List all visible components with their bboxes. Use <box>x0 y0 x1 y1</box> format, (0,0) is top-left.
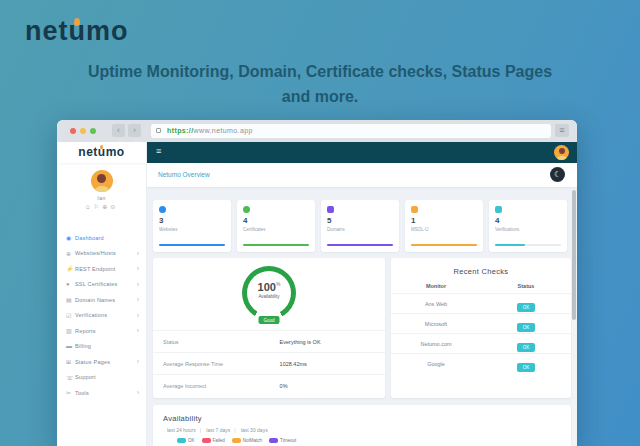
legend-swatch <box>232 438 241 443</box>
back-button[interactable]: ‹ <box>112 124 125 137</box>
sitemap-icon <box>411 206 418 213</box>
tab-last-7-days[interactable]: last 7 days <box>206 427 230 433</box>
chevron-right-icon: › <box>137 281 139 288</box>
breadcrumb-bar: Netumo Overview ☾ <box>147 163 577 187</box>
logo-text: net <box>25 16 69 46</box>
sidebar-item-status-pages[interactable]: ⊞ Status Pages › <box>57 354 146 370</box>
column-monitor: Monitor <box>391 283 481 289</box>
availability-gauge: 100% Availability Good <box>242 266 296 326</box>
table-row[interactable]: Ans Web OK <box>391 293 571 313</box>
sidebar-item-support[interactable]: ☏ Support <box>57 370 146 386</box>
summary-rows: Status Everything is OK Average Response… <box>153 330 385 396</box>
url-scheme: https:// <box>167 127 194 134</box>
chart-legend: OK Failed NotMatch Timeout <box>177 438 571 443</box>
logo-droplet-icon <box>74 18 80 26</box>
lock-icon <box>156 128 161 133</box>
top-navbar: ≡ <box>147 142 577 163</box>
power-icon[interactable]: ⊙ <box>110 204 118 210</box>
table-row[interactable]: Microsoft OK <box>391 313 571 333</box>
availability-summary-panel: 100% Availability Good Status Everything… <box>153 258 385 398</box>
sidebar-item-domain-names[interactable]: ▤ Domain Names › <box>57 292 146 308</box>
dark-mode-toggle[interactable]: ☾ <box>550 167 565 182</box>
sidebar-item-tools[interactable]: ✂ Tools › <box>57 385 146 401</box>
profile-quick-icons: ☺⚐⊕⊙ <box>57 203 146 210</box>
recent-checks-panel: Recent Checks Monitor Status Ans Web OK … <box>391 258 571 398</box>
dashboard-icon: ◉ <box>66 234 75 241</box>
logo-text: mo <box>86 16 129 46</box>
recent-checks-header: Monitor Status <box>391 283 571 293</box>
chevron-right-icon: › <box>137 265 139 272</box>
tools-icon: ✂ <box>66 389 75 396</box>
legend-item-ok: OK <box>177 438 195 443</box>
browser-menu-button[interactable]: ≡ <box>555 124 569 137</box>
summary-row-status: Status Everything is OK <box>153 330 385 352</box>
sidebar: netumo Ian ☺⚐⊕⊙ ◉ Dashboard ⊕ Websites/H… <box>57 142 147 446</box>
gauge-ring: 100% Availability <box>242 266 296 320</box>
gauge-label: Availability <box>247 294 291 299</box>
sidebar-logo[interactable]: netumo <box>57 142 146 163</box>
user-icon[interactable]: ☺ <box>85 204 94 210</box>
minimize-button[interactable] <box>80 128 86 134</box>
scrollbar-thumb[interactable] <box>572 190 576 320</box>
close-button[interactable] <box>70 128 76 134</box>
certificate-icon: ● <box>66 281 75 287</box>
sidebar-item-dashboard[interactable]: ◉ Dashboard <box>57 230 146 246</box>
availability-title: Availability <box>163 414 571 423</box>
legend-item-timeout: Timeout <box>269 438 296 443</box>
tab-last-30-days[interactable]: last 30 days <box>241 427 268 433</box>
summary-row-incorrect: Average Incorrect 0% <box>153 374 385 396</box>
browser-chrome: ‹ › https://www.netumo.app ≡ <box>57 120 577 142</box>
sidebar-item-websites-hosts[interactable]: ⊕ Websites/Hosts › <box>57 246 146 262</box>
sidebar-avatar[interactable] <box>91 170 113 192</box>
headline: Uptime Monitoring, Domain, Certificate c… <box>0 60 640 110</box>
gauge-value: 100 <box>258 281 276 293</box>
hamburger-menu-icon[interactable]: ≡ <box>156 146 161 156</box>
verification-icon: ☑ <box>66 312 75 319</box>
legend-swatch <box>269 438 278 443</box>
endpoint-icon: ⚡ <box>66 265 75 272</box>
support-icon: ☏ <box>66 374 75 381</box>
stat-card-websites[interactable]: 3 Websites <box>153 200 231 252</box>
legend-swatch <box>177 438 186 443</box>
hero-background: netumo Uptime Monitoring, Domain, Certif… <box>0 0 640 446</box>
chevron-right-icon: › <box>137 250 139 257</box>
ok-badge: OK <box>517 363 536 372</box>
sidebar-item-rest-endpoint[interactable]: ⚡ REST Endpoint › <box>57 261 146 277</box>
availability-chart-panel: Availability last 24 hours| last 7 days|… <box>153 405 571 446</box>
stats-row: 3 Websites 4 Certificates 5 Domains <box>153 200 567 252</box>
summary-row-response-time: Average Response Time 1028.42ms <box>153 352 385 374</box>
ok-badge: OK <box>517 343 536 352</box>
stat-card-verifications[interactable]: 4 Verifications <box>489 200 567 252</box>
sidebar-item-verifications[interactable]: ☑ Verifications › <box>57 308 146 324</box>
domain-icon <box>327 206 334 213</box>
chevron-right-icon: › <box>137 312 139 319</box>
stat-card-certificates[interactable]: 4 Certificates <box>237 200 315 252</box>
column-status: Status <box>481 283 571 289</box>
billing-icon: ▬ <box>66 343 75 349</box>
maximize-button[interactable] <box>90 128 96 134</box>
stat-card-msol[interactable]: 1 MSOL-U <box>405 200 483 252</box>
tab-last-24-hours[interactable]: last 24 hours <box>167 427 196 433</box>
stat-card-domains[interactable]: 5 Domains <box>321 200 399 252</box>
browser-window: ‹ › https://www.netumo.app ≡ netumo Ian … <box>57 120 577 446</box>
chevron-right-icon: › <box>137 358 139 365</box>
sidebar-item-billing[interactable]: ▬ Billing <box>57 339 146 355</box>
table-row[interactable]: Netumo.com OK <box>391 333 571 353</box>
status-badge: Good <box>258 316 279 324</box>
bell-icon[interactable]: ⚐ <box>94 204 102 210</box>
user-name: Ian <box>57 195 146 201</box>
headline-line1: Uptime Monitoring, Domain, Certificate c… <box>0 60 640 85</box>
status-page-icon: ⊞ <box>66 358 75 365</box>
chevron-right-icon: › <box>137 296 139 303</box>
ok-badge: OK <box>517 323 536 332</box>
report-icon: ▥ <box>66 327 75 334</box>
url-bar[interactable]: https://www.netumo.app <box>151 124 551 138</box>
navbar-avatar[interactable] <box>554 145 569 160</box>
table-row[interactable]: Google OK <box>391 353 571 373</box>
overview-link[interactable]: Netumo Overview <box>158 171 210 178</box>
certificate-icon <box>243 206 250 213</box>
verification-icon <box>495 206 502 213</box>
sidebar-item-reports[interactable]: ▥ Reports › <box>57 323 146 339</box>
forward-button[interactable]: › <box>128 124 141 137</box>
sidebar-item-ssl-certificates[interactable]: ● SSL Certificates › <box>57 277 146 293</box>
